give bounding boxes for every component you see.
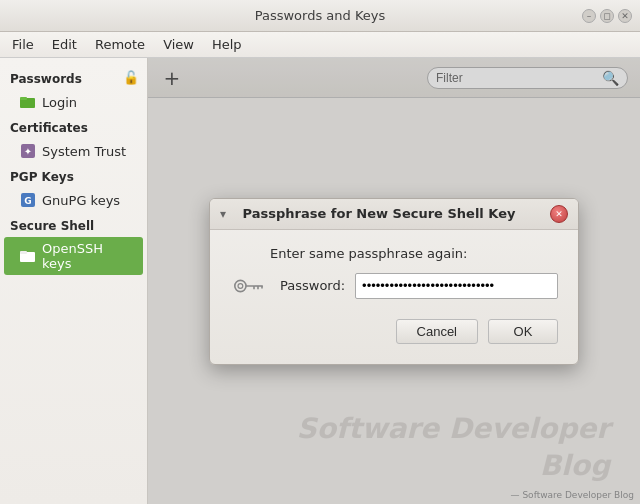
dialog-instruction: Enter same passphrase again: [270, 246, 558, 261]
sidebar-item-openssh[interactable]: OpenSSH keys [4, 237, 143, 275]
menu-remote[interactable]: Remote [87, 34, 153, 56]
openssh-folder-icon [20, 248, 36, 264]
passwords-label: Passwords [0, 66, 92, 89]
svg-rect-1 [20, 97, 27, 100]
password-input[interactable] [355, 273, 558, 299]
main-area: Passwords 🔓 Login Certificates ✦ System … [0, 58, 640, 504]
cancel-button[interactable]: Cancel [396, 319, 478, 344]
openssh-label: OpenSSH keys [42, 241, 133, 271]
menu-edit[interactable]: Edit [44, 34, 85, 56]
login-label: Login [42, 95, 77, 110]
gnupg-icon: G [20, 192, 36, 208]
passphrase-dialog: ▾ Passphrase for New Secure Shell Key ✕ … [209, 198, 579, 365]
sidebar: Passwords 🔓 Login Certificates ✦ System … [0, 58, 148, 504]
sidebar-item-system-trust[interactable]: ✦ System Trust [4, 139, 143, 163]
folder-green-icon [20, 94, 36, 110]
dialog-title: Passphrase for New Secure Shell Key [234, 206, 524, 221]
minimize-button[interactable]: – [582, 9, 596, 23]
menu-view[interactable]: View [155, 34, 202, 56]
dialog-body: Enter same passphrase again: [210, 230, 578, 364]
menu-help[interactable]: Help [204, 34, 250, 56]
passwords-section-header: Passwords 🔓 [0, 66, 147, 89]
app-title: Passwords and Keys [255, 8, 386, 23]
dialog-arrow-icon: ▾ [220, 207, 226, 221]
sidebar-item-gnupg[interactable]: G GnuPG keys [4, 188, 143, 212]
dialog-title-bar: ▾ Passphrase for New Secure Shell Key ✕ [210, 199, 578, 230]
content-area: + 🔍 Software DeveloperBlog — Software De… [148, 58, 640, 504]
ok-button[interactable]: OK [488, 319, 558, 344]
menu-bar: File Edit Remote View Help [0, 32, 640, 58]
menu-file[interactable]: File [4, 34, 42, 56]
svg-point-8 [235, 280, 246, 291]
dialog-form-row: Password: [230, 273, 558, 299]
restore-button[interactable]: ◻ [600, 9, 614, 23]
dialog-close-button[interactable]: ✕ [550, 205, 568, 223]
lock-icon: 🔓 [123, 70, 139, 85]
modal-overlay: ▾ Passphrase for New Secure Shell Key ✕ … [148, 58, 640, 504]
title-bar: Passwords and Keys – ◻ ✕ [0, 0, 640, 32]
certificates-label: Certificates [0, 115, 147, 138]
gear-icon: ✦ [20, 143, 36, 159]
key-icon [234, 276, 266, 296]
window-controls-right[interactable]: – ◻ ✕ [582, 9, 632, 23]
password-label: Password: [280, 278, 345, 293]
svg-text:✦: ✦ [24, 146, 32, 157]
secure-shell-label: Secure Shell [0, 213, 147, 236]
gnupg-label: GnuPG keys [42, 193, 120, 208]
dialog-buttons: Cancel OK [230, 315, 558, 344]
svg-rect-7 [20, 251, 27, 254]
pgp-keys-label: PGP Keys [0, 164, 147, 187]
close-button[interactable]: ✕ [618, 9, 632, 23]
sidebar-item-login[interactable]: Login [4, 90, 143, 114]
svg-text:G: G [24, 196, 31, 206]
system-trust-label: System Trust [42, 144, 126, 159]
key-icon-area [230, 276, 270, 296]
svg-point-9 [238, 283, 243, 288]
